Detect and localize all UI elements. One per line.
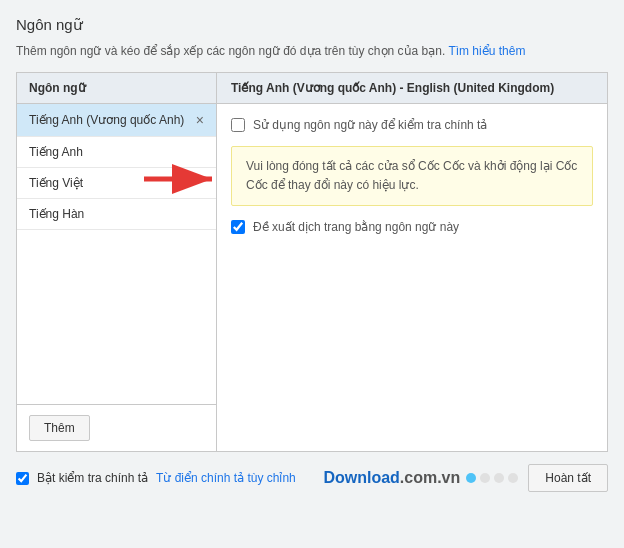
warning-box: Vui lòng đóng tất cả các cửa sổ Cốc Cốc … — [231, 146, 593, 206]
spell-check-checkbox[interactable] — [231, 118, 245, 132]
dictionary-link[interactable]: Từ điển chính tả tùy chỉnh — [156, 471, 296, 485]
dot — [466, 473, 476, 483]
right-panel: Tiếng Anh (Vương quốc Anh) - English (Un… — [217, 73, 607, 451]
close-icon[interactable]: × — [196, 112, 204, 128]
language-name: Tiếng Anh (Vương quốc Anh) — [29, 113, 184, 127]
language-name: Tiếng Việt — [29, 176, 83, 190]
watermark: Download.com.vn — [323, 469, 518, 487]
main-panel: Ngôn ngữ Tiếng Anh (Vương quốc Anh)×Tiến… — [16, 72, 608, 452]
footer-spell-check-checkbox[interactable] — [16, 472, 29, 485]
page-title: Ngôn ngữ — [16, 16, 608, 34]
learn-more-link[interactable]: Tìm hiểu thêm — [448, 44, 525, 58]
language-item[interactable]: Tiếng Hàn — [17, 199, 216, 230]
language-name: Tiếng Anh — [29, 145, 83, 159]
translate-checkbox[interactable] — [231, 220, 245, 234]
language-list: Tiếng Anh (Vương quốc Anh)×Tiếng AnhTiến… — [17, 104, 216, 404]
watermark-text: Download.com.vn — [323, 469, 460, 487]
footer-spell-check-label: Bật kiểm tra chính tả — [37, 471, 148, 485]
spell-check-label: Sử dụng ngôn ngữ này để kiểm tra chính t… — [253, 118, 487, 132]
watermark-dots — [466, 473, 518, 483]
dot — [480, 473, 490, 483]
add-language-button[interactable]: Thêm — [29, 415, 90, 441]
dot — [508, 473, 518, 483]
translate-row: Đề xuất dịch trang bằng ngôn ngữ này — [231, 220, 593, 234]
right-panel-content: Sử dụng ngôn ngữ này để kiểm tra chính t… — [217, 104, 607, 248]
left-panel: Ngôn ngữ Tiếng Anh (Vương quốc Anh)×Tiến… — [17, 73, 217, 451]
language-name: Tiếng Hàn — [29, 207, 84, 221]
done-button[interactable]: Hoàn tất — [528, 464, 608, 492]
footer-right: Download.com.vn Hoàn tất — [323, 464, 608, 492]
dot — [494, 473, 504, 483]
spell-check-row: Sử dụng ngôn ngữ này để kiểm tra chính t… — [231, 118, 593, 132]
arrow-indicator — [142, 159, 222, 202]
language-item[interactable]: Tiếng Anh (Vương quốc Anh)× — [17, 104, 216, 137]
left-panel-header: Ngôn ngữ — [17, 73, 216, 104]
page-description: Thêm ngôn ngữ và kéo để sắp xếp các ngôn… — [16, 42, 608, 60]
footer-area: Bật kiểm tra chính tả Từ điển chính tả t… — [16, 464, 608, 492]
right-panel-header: Tiếng Anh (Vương quốc Anh) - English (Un… — [217, 73, 607, 104]
translate-label: Đề xuất dịch trang bằng ngôn ngữ này — [253, 220, 459, 234]
footer-left: Bật kiểm tra chính tả Từ điển chính tả t… — [16, 471, 296, 485]
add-button-area: Thêm — [17, 404, 216, 451]
